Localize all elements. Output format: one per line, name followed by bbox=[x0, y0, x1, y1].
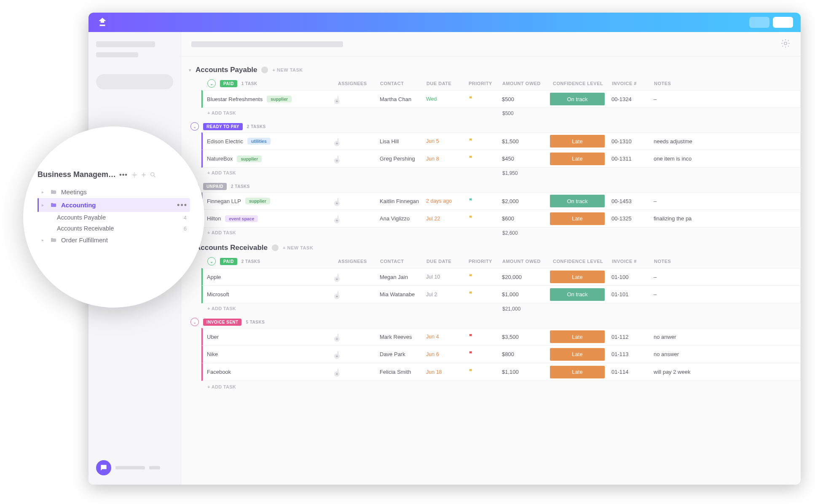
column-header[interactable]: NOTES bbox=[654, 81, 801, 86]
sidebar-item-accounting[interactable]: ▸ Accounting ••• bbox=[38, 198, 190, 212]
due-date-cell[interactable]: Jun 8 bbox=[426, 156, 468, 162]
status-chip[interactable]: INVOICE SENT bbox=[203, 319, 241, 326]
add-task-button[interactable]: + ADD TASK bbox=[189, 381, 801, 394]
collapse-toggle[interactable]: ⌄ bbox=[207, 257, 216, 265]
confidence-badge[interactable]: On track bbox=[550, 93, 605, 105]
confidence-badge[interactable]: On track bbox=[550, 288, 605, 301]
task-tag[interactable]: supplier bbox=[245, 198, 270, 204]
confidence-badge[interactable]: Late bbox=[550, 271, 605, 283]
due-date-cell[interactable]: Jun 5 bbox=[426, 138, 468, 144]
due-date-cell[interactable]: 2 days ago bbox=[426, 198, 468, 204]
collapse-toggle[interactable]: ⌄ bbox=[207, 79, 216, 88]
task-row[interactable]: Facebook Felicia Smith Jun 18 $1,100 Lat… bbox=[201, 363, 801, 381]
info-icon[interactable] bbox=[272, 244, 279, 251]
add-task-button[interactable]: + ADD TASK bbox=[207, 306, 338, 312]
chevron-down-icon[interactable]: ▾ bbox=[189, 67, 191, 73]
add-task-button[interactable]: + ADD TASK bbox=[207, 110, 338, 116]
column-header[interactable]: AMOUNT OWED bbox=[502, 81, 553, 86]
column-header[interactable]: ASSIGNEES bbox=[338, 259, 380, 264]
task-tag[interactable]: supplier bbox=[267, 96, 292, 102]
due-date-cell[interactable]: Jun 4 bbox=[426, 334, 468, 340]
collapse-toggle[interactable]: ⌄ bbox=[190, 318, 199, 326]
assignee-add[interactable] bbox=[338, 138, 338, 145]
assignee-add[interactable] bbox=[338, 273, 338, 281]
due-date-cell[interactable]: Jul 2 bbox=[426, 292, 468, 298]
task-row[interactable]: Bluestar Refreshments supplier Martha Ch… bbox=[201, 90, 801, 108]
task-row[interactable]: Microsoft Mia Watanabe Jul 2 $1,000 On t… bbox=[201, 286, 801, 303]
priority-flag-icon[interactable] bbox=[468, 368, 502, 375]
assignee-add[interactable] bbox=[338, 351, 338, 358]
due-date-cell[interactable]: Jul 22 bbox=[426, 216, 468, 222]
confidence-badge[interactable]: Late bbox=[550, 135, 605, 147]
status-chip[interactable]: PAID bbox=[220, 80, 237, 87]
assignee-add[interactable] bbox=[338, 215, 338, 222]
column-header[interactable]: PRIORITY bbox=[469, 81, 502, 86]
column-header[interactable]: ASSIGNEES bbox=[338, 81, 380, 86]
assignee-add[interactable] bbox=[338, 198, 338, 205]
column-header[interactable]: INVOICE # bbox=[612, 259, 654, 264]
priority-flag-icon[interactable] bbox=[468, 96, 502, 103]
task-tag[interactable]: event space bbox=[225, 215, 258, 222]
status-chip[interactable]: PAID bbox=[220, 258, 237, 265]
priority-flag-icon[interactable] bbox=[468, 138, 502, 145]
topbar-action-1[interactable] bbox=[749, 17, 769, 28]
priority-flag-icon[interactable] bbox=[468, 291, 502, 298]
search-pill[interactable] bbox=[96, 74, 173, 89]
new-task-button[interactable]: + NEW TASK bbox=[272, 67, 303, 72]
assignee-add[interactable] bbox=[338, 155, 338, 162]
column-header[interactable]: DUE DATE bbox=[426, 81, 469, 86]
info-icon[interactable] bbox=[261, 67, 268, 73]
column-header[interactable]: NOTES bbox=[654, 259, 801, 264]
plus-icon[interactable] bbox=[140, 172, 147, 178]
task-row[interactable]: NatureBox supplier Greg Pershing Jun 8 $… bbox=[201, 150, 801, 168]
column-header[interactable]: CONTACT bbox=[380, 259, 426, 264]
column-header[interactable]: AMOUNT OWED bbox=[502, 259, 553, 264]
gear-icon[interactable] bbox=[780, 38, 791, 50]
sidebar-subitem[interactable]: Accounts Receivable6 bbox=[38, 223, 190, 234]
priority-flag-icon[interactable] bbox=[468, 273, 502, 281]
task-row[interactable]: Uber Mark Reeves Jun 4 $3,500 Late 01-11… bbox=[201, 328, 801, 346]
search-icon[interactable] bbox=[150, 172, 156, 178]
column-header[interactable]: DUE DATE bbox=[426, 259, 469, 264]
chat-fab[interactable] bbox=[96, 460, 111, 475]
sidebar-subitem[interactable]: Accounts Payable4 bbox=[38, 212, 190, 223]
assignee-add[interactable] bbox=[338, 291, 338, 298]
task-row[interactable]: Edison Electric utilities Lisa Hill Jun … bbox=[201, 132, 801, 150]
status-chip[interactable]: READY TO PAY bbox=[203, 123, 243, 130]
column-header[interactable]: CONTACT bbox=[380, 81, 426, 86]
confidence-badge[interactable]: Late bbox=[550, 366, 605, 378]
more-icon[interactable]: ••• bbox=[119, 171, 128, 179]
task-tag[interactable]: supplier bbox=[237, 155, 262, 162]
task-row[interactable]: Finnegan LLP supplier Kaitlin Finnegan 2… bbox=[201, 192, 801, 210]
confidence-badge[interactable]: Late bbox=[550, 153, 605, 165]
priority-flag-icon[interactable] bbox=[468, 198, 502, 205]
priority-flag-icon[interactable] bbox=[468, 333, 502, 340]
due-date-cell[interactable]: Jul 10 bbox=[426, 274, 468, 280]
confidence-badge[interactable]: Late bbox=[550, 348, 605, 361]
priority-flag-icon[interactable] bbox=[468, 215, 502, 222]
sidebar-item-meetings[interactable]: ▸ Meetings bbox=[38, 186, 190, 198]
task-row[interactable]: Nike Dave Park Jun 6 $800 Late 01-113 no… bbox=[201, 346, 801, 363]
gear-icon[interactable] bbox=[131, 172, 138, 178]
new-task-button[interactable]: + NEW TASK bbox=[283, 245, 313, 250]
more-icon[interactable]: ••• bbox=[177, 201, 190, 209]
due-date-cell[interactable]: Jun 18 bbox=[426, 369, 468, 375]
add-task-button[interactable]: + ADD TASK bbox=[207, 230, 338, 236]
assignee-add[interactable] bbox=[338, 96, 338, 103]
task-row[interactable]: Apple Megan Jain Jul 10 $20,000 Late 01-… bbox=[201, 268, 801, 286]
confidence-badge[interactable]: Late bbox=[550, 330, 605, 343]
column-header[interactable]: PRIORITY bbox=[469, 259, 502, 264]
collapse-toggle[interactable]: ⌄ bbox=[190, 122, 199, 131]
column-header[interactable]: CONFIDENCE LEVEL bbox=[553, 81, 612, 86]
priority-flag-icon[interactable] bbox=[468, 351, 502, 358]
add-task-button[interactable]: + ADD TASK bbox=[207, 170, 338, 176]
status-chip[interactable]: UNPAID bbox=[203, 183, 227, 190]
assignee-add[interactable] bbox=[338, 368, 338, 375]
assignee-add[interactable] bbox=[338, 333, 338, 340]
due-date-cell[interactable]: Jun 6 bbox=[426, 351, 468, 357]
confidence-badge[interactable]: On track bbox=[550, 195, 605, 207]
task-row[interactable]: Hilton event space Ana Viglizzo Jul 22 $… bbox=[201, 210, 801, 228]
priority-flag-icon[interactable] bbox=[468, 155, 502, 162]
task-tag[interactable]: utilities bbox=[247, 138, 271, 145]
topbar-action-2[interactable] bbox=[773, 17, 793, 28]
